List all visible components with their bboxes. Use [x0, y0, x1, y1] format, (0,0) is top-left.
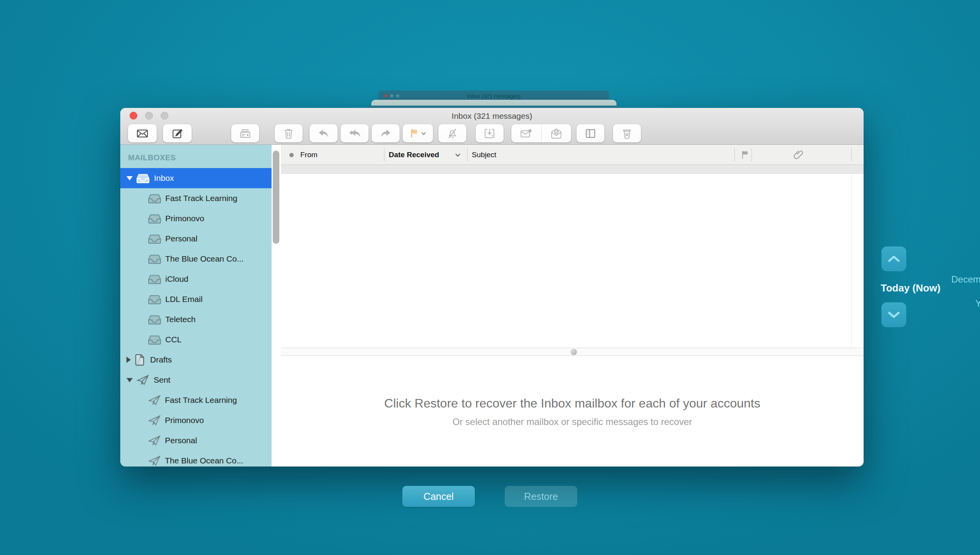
flag-icon	[410, 128, 418, 139]
sidebar-item-label: Primonovo	[165, 416, 204, 425]
sidebar-item-label: Inbox	[154, 173, 174, 183]
column-header-subject[interactable]: Subject	[472, 145, 496, 165]
message-list-pane: From Date Received Subject	[281, 145, 864, 467]
splitter-handle[interactable]	[571, 349, 577, 355]
column-header-date-received[interactable]: Date Received	[389, 145, 439, 165]
paper-plane-icon	[148, 415, 161, 426]
sidebar-item-inbox-the-blue-ocean[interactable]: The Blue Ocean Co...	[120, 249, 272, 269]
attachment-paperclip-icon[interactable]	[794, 150, 804, 160]
sidebar-item-inbox-ccl[interactable]: CCL	[120, 330, 272, 350]
sidebar-item-label: Teletech	[165, 315, 196, 324]
sidebar-item-drafts[interactable]: Drafts	[120, 350, 272, 370]
restore-message-pane: Click Restore to recover the Inbox mailb…	[281, 356, 864, 467]
junk-bin-icon	[622, 128, 632, 139]
sidebar-item-inbox-fast-track-learning[interactable]: Fast Track Learning	[120, 188, 272, 208]
draft-document-icon	[135, 354, 145, 366]
sidebar-item-inbox-personal[interactable]: Personal	[120, 229, 272, 249]
message-list-header: From Date Received Subject	[281, 145, 864, 165]
sidebar-item-sent-the-blue-ocean[interactable]: The Blue Ocean Co...	[120, 451, 272, 467]
envelope-read-icon	[551, 128, 562, 139]
timeline-current-label: Today (Now)	[881, 282, 940, 294]
unread-dot-column-icon[interactable]	[289, 153, 294, 157]
column-header-from[interactable]: From	[300, 145, 317, 165]
column-divider[interactable]	[384, 148, 384, 161]
disclosure-expanded-icon[interactable]	[126, 176, 133, 180]
paper-plane-icon	[148, 435, 161, 446]
get-mail-button[interactable]	[128, 124, 157, 142]
sidebar-item-label: Sent	[154, 375, 170, 385]
print-button[interactable]	[231, 124, 259, 142]
reply-icon	[318, 129, 329, 138]
cancel-button[interactable]: Cancel	[402, 486, 475, 507]
sidebar-item-label: Fast Track Learning	[165, 194, 237, 203]
inbox-tray-icon	[148, 314, 161, 324]
download-box-icon	[484, 128, 495, 139]
pane-splitter[interactable]	[281, 348, 864, 356]
sidebar-item-sent-primonovo[interactable]: Primonovo	[120, 410, 272, 430]
mailbox-list: Inbox Fast Track Learning Primonovo Pers…	[120, 168, 272, 467]
sidebar-item-label: iCloud	[165, 274, 189, 284]
disclosure-collapsed-icon[interactable]	[126, 357, 131, 363]
mute-button[interactable]	[438, 124, 466, 142]
restore-instruction-subtitle: Or select another mailbox or specific me…	[281, 416, 864, 427]
mail-window: Inbox (321 messages)	[120, 108, 864, 467]
compose-button[interactable]	[163, 124, 192, 142]
inbox-tray-icon	[148, 294, 161, 304]
restore-button[interactable]: Restore	[505, 486, 577, 507]
timeline-forward-button[interactable]	[881, 302, 906, 327]
paper-plane-icon	[137, 375, 149, 385]
chevron-up-icon	[887, 255, 900, 263]
sidebar-item-inbox-ldl-email[interactable]: LDL Email	[120, 289, 272, 309]
sidebar-item-inbox[interactable]: Inbox	[120, 168, 272, 188]
window-chrome: Inbox (321 messages)	[120, 108, 864, 145]
flag-button[interactable]	[403, 124, 433, 142]
mark-unread-button[interactable]	[511, 124, 541, 142]
sidebar-item-label: LDL Email	[165, 295, 203, 304]
column-layout-button[interactable]	[577, 124, 604, 142]
list-top-row	[281, 165, 864, 174]
sidebar-item-label: The Blue Ocean Co...	[165, 254, 244, 264]
time-machine-backdrop: Inbox (321 messages) Inbox (321 messages…	[0, 0, 980, 555]
paper-plane-icon	[148, 395, 161, 406]
column-divider[interactable]	[851, 148, 852, 161]
mailboxes-sidebar: MAILBOXES Inbox Fast Track Learning Prim…	[120, 145, 272, 467]
sidebar-item-label: Primonovo	[165, 214, 204, 223]
column-layout-icon	[585, 128, 596, 139]
trash-icon	[284, 128, 294, 139]
sidebar-item-label: Fast Track Learning	[165, 395, 237, 405]
mark-read-button[interactable]	[542, 124, 571, 142]
chevron-down-icon	[887, 311, 900, 319]
reply-all-button[interactable]	[341, 124, 369, 142]
inbox-tray-icon	[148, 335, 161, 345]
inbox-tray-icon	[148, 274, 161, 284]
reply-button[interactable]	[310, 124, 338, 142]
sidebar-item-inbox-primonovo[interactable]: Primonovo	[120, 208, 272, 229]
sort-chevron-down-icon[interactable]	[455, 153, 461, 157]
sidebar-item-inbox-icloud[interactable]: iCloud	[120, 269, 272, 289]
sidebar-item-sent[interactable]: Sent	[120, 370, 272, 390]
junk-button[interactable]	[613, 124, 641, 142]
chevron-down-icon	[421, 132, 426, 135]
mark-read-unread-group	[511, 124, 571, 142]
delete-button[interactable]	[275, 124, 303, 142]
column-divider[interactable]	[467, 148, 467, 161]
compose-icon	[172, 128, 183, 139]
forward-icon	[380, 129, 391, 138]
sidebar-scrollbar-thumb[interactable]	[273, 151, 279, 244]
timeline-back-button[interactable]	[881, 246, 906, 271]
sidebar-item-sent-fast-track-learning[interactable]: Fast Track Learning	[120, 390, 272, 410]
column-divider[interactable]	[751, 148, 752, 161]
sidebar-item-label: Personal	[165, 436, 197, 445]
inbox-tray-icon	[148, 213, 161, 224]
flag-column-icon[interactable]	[741, 151, 749, 159]
sidebar-item-label: CCL	[165, 335, 182, 344]
sidebar-item-sent-personal[interactable]: Personal	[120, 430, 272, 451]
save-message-button[interactable]	[476, 124, 504, 142]
list-column-line	[851, 174, 852, 348]
sidebar-item-inbox-teletech[interactable]: Teletech	[120, 309, 272, 330]
inbox-tray-icon	[137, 173, 149, 183]
column-divider[interactable]	[734, 148, 735, 161]
sidebar-scrollbar-track[interactable]	[272, 145, 281, 467]
disclosure-expanded-icon[interactable]	[126, 378, 133, 382]
forward-button[interactable]	[372, 124, 400, 142]
